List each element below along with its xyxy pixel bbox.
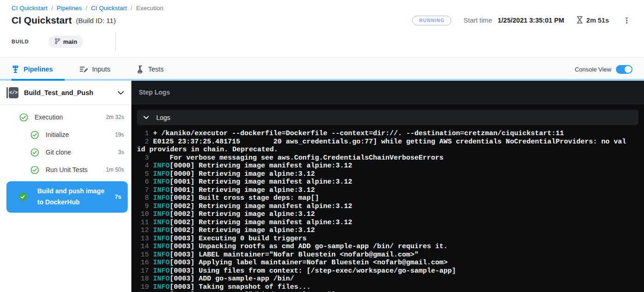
log-info-tag: INFO [153, 259, 170, 267]
divider [115, 32, 116, 51]
log-info-tag: INFO [153, 162, 170, 170]
start-time-label: Start time [463, 17, 492, 24]
log-text: [0003] ADD go-sample-app /bin/ [170, 275, 294, 283]
page-title: CI Quickstart [12, 15, 72, 26]
log-line: 7INFO[0001] Retrieving image alpine:3.12 [137, 186, 628, 195]
log-text: For verbose messaging see aws.Config.Cre… [153, 154, 443, 162]
log-info-tag: INFO [153, 275, 170, 283]
log-info-tag: INFO [153, 235, 170, 243]
step-duration: 7s [115, 194, 121, 200]
step-duration: 3s [118, 149, 124, 155]
log-line: 19INFO[0003] Taking snapshot of files... [137, 283, 628, 292]
log-line: 9INFO[0002] Retrieving image manifest al… [137, 203, 628, 211]
chevron-down-icon [143, 116, 149, 119]
log-info-tag: INFO [153, 226, 170, 234]
log-line: 17INFO[0003] Using files from context: [… [137, 267, 628, 275]
log-info-tag: INFO [153, 283, 170, 291]
log-line: 12INFO[0002] Retrieving image alpine:3.1… [137, 226, 628, 235]
log-line-number: 18 [137, 275, 149, 283]
log-info-tag: INFO [153, 210, 170, 218]
step-row-initialize[interactable]: Initialize19s [0, 129, 131, 141]
log-line-number: 8 [137, 194, 149, 203]
breadcrumb-separator: / [51, 5, 53, 12]
start-time-value: 1/25/2021 3:35:01 PM [498, 17, 564, 24]
log-text: [0002] Retrieving image alpine:3.12 [170, 210, 315, 218]
step-list: Execution2m 32sInitialize19sGit clone3sR… [0, 105, 131, 213]
step-label: Build and push image to DockerHub [37, 186, 106, 208]
logs-accordion[interactable]: Logs [137, 110, 638, 125]
step-label: Run Unit Tests [46, 166, 88, 173]
log-info-tag: INFO [153, 194, 170, 202]
breadcrumb-item[interactable]: Pipelines [57, 5, 82, 12]
breadcrumb: CI Quickstart/Pipelines/CI Quickstart/Ex… [12, 5, 632, 12]
build-label: BUILD [12, 39, 48, 44]
inputs-icon [80, 66, 88, 73]
log-text: [0003] Applying label maintainer=Nofar B… [170, 259, 448, 267]
log-line: 14INFO[0003] Unpacking rootfs as cmd ADD… [137, 243, 628, 251]
log-text: [0003] Executing 0 build triggers [170, 235, 307, 243]
build-id-label: (Build ID: 11) [76, 17, 116, 24]
toggle-knob [625, 66, 632, 73]
log-lines[interactable]: 1+ /kaniko/executor --dockerfile=Dockerf… [131, 128, 628, 292]
log-line-number: 14 [137, 243, 149, 251]
duration-value: 2m 51s [586, 17, 609, 24]
log-text: E0125 23:37:25.481715 20 aws_credentials… [137, 138, 626, 154]
log-line-number: 10 [137, 210, 149, 219]
tests-icon [137, 66, 144, 73]
log-info-tag: INFO [153, 178, 170, 186]
chevron-down-icon[interactable] [118, 91, 124, 95]
log-info-tag: INFO [153, 251, 170, 259]
kebab-menu-icon[interactable]: ⋮ [621, 17, 632, 24]
log-line: 3 For verbose messaging see aws.Config.C… [137, 154, 628, 162]
log-line-number: 15 [137, 251, 149, 259]
step-row-run-unit-tests[interactable]: Run Unit Tests1m 50s [0, 164, 131, 176]
branch-name: main [63, 38, 77, 45]
step-duration: 19s [115, 131, 124, 138]
start-time: Start time 1/25/2021 3:35:01 PM [463, 17, 564, 24]
breadcrumb-item[interactable]: CI Quickstart [12, 5, 47, 12]
log-line-number: 6 [137, 178, 149, 186]
breadcrumb-item[interactable]: CI Quickstart [91, 5, 127, 12]
log-text: [0002] Retrieving image alpine:3.12 [170, 226, 315, 234]
log-line-number: 17 [137, 267, 149, 275]
success-check-icon [30, 148, 39, 157]
log-line: 4INFO[0000] Retrieving image manifest al… [137, 162, 628, 170]
breadcrumb-separator: / [130, 5, 132, 12]
pipelines-icon [12, 66, 19, 73]
console-view-toggle[interactable] [616, 65, 632, 74]
step-row-execution[interactable]: Execution2m 32s [0, 111, 131, 123]
stage-name: Build_Test_and_Push [24, 89, 93, 96]
log-text: [0000] Retrieving image manifest alpine:… [170, 162, 352, 170]
log-line: 18INFO[0003] ADD go-sample-app /bin/ [137, 275, 628, 283]
log-line-number: 12 [137, 226, 149, 235]
step-row-build-and-push-image-to-dockerhub[interactable]: Build and push image to DockerHub7s [6, 181, 128, 213]
log-info-tag: INFO [153, 243, 170, 250]
tab-inputs[interactable]: Inputs [80, 66, 111, 73]
step-label: Initialize [46, 131, 69, 138]
tab-pipelines[interactable]: Pipelines [12, 66, 53, 73]
branch-tag[interactable]: main [48, 36, 83, 48]
success-check-icon [19, 113, 28, 122]
log-line: 15INFO[0003] LABEL maintainer="Nofar Blu… [137, 251, 628, 259]
log-line-number: 5 [137, 170, 149, 179]
tab-tests[interactable]: Tests [137, 66, 164, 73]
execution-header: CI Quickstart/Pipelines/CI Quickstart/Ex… [0, 0, 644, 57]
log-text: [0000] Retrieving image alpine:3.12 [170, 170, 315, 178]
step-label: Execution [35, 113, 63, 121]
log-info-tag: INFO [153, 219, 170, 226]
step-label: Git clone [46, 149, 71, 156]
log-line-number: 3 [137, 154, 149, 162]
console-view-label: Console View [575, 66, 611, 73]
log-line-number: 13 [137, 235, 149, 243]
stage-header[interactable]: </> Build_Test_and_Push [0, 81, 131, 104]
log-text: + /kaniko/executor --dockerfile=Dockerfi… [153, 130, 564, 137]
log-line-number: 11 [137, 219, 149, 227]
log-line: 8INFO[0002] Built cross stage deps: map[… [137, 194, 628, 203]
log-panel-title: Step Logs [139, 89, 170, 96]
status-badge: RUNNING [412, 16, 451, 25]
log-text: [0001] Retrieving image alpine:3.12 [170, 186, 315, 194]
log-text: [0003] LABEL maintainer="Nofar Bluestein… [170, 251, 419, 259]
step-row-git-clone[interactable]: Git clone3s [0, 146, 131, 158]
hourglass-icon [576, 16, 583, 25]
tab-label: Inputs [92, 66, 111, 73]
